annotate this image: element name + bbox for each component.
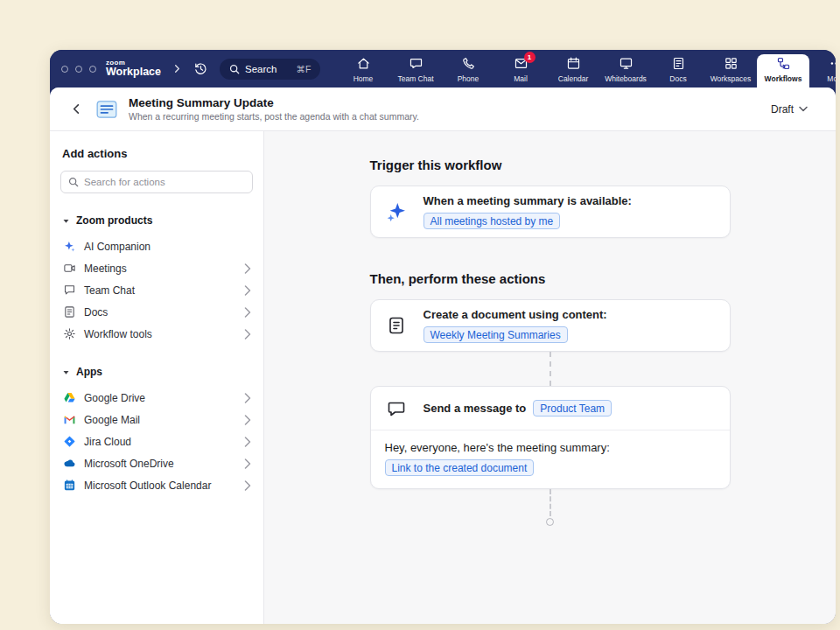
end-node-circle — [546, 518, 554, 526]
sidebar-item-label: Microsoft OneDrive — [84, 458, 174, 470]
nav-item-mail[interactable]: 1 Mail — [494, 50, 547, 88]
action-search-box — [60, 171, 253, 193]
section-label: Apps — [76, 366, 102, 378]
chevron-right-icon — [244, 458, 251, 469]
action-card-send-message[interactable]: Send a message toProduct Team Hey, every… — [370, 386, 731, 489]
collapse-chevron-icon[interactable] — [172, 64, 182, 74]
actions-heading: Then, perform these actions — [370, 270, 731, 288]
app-window: zoom Workplace Search ⌘F Home Team Chat — [50, 50, 836, 624]
nav-item-docs[interactable]: Docs — [652, 50, 704, 88]
content-source-tag[interactable]: Weekly Meeting Summaries — [424, 326, 568, 343]
team-chat-icon — [62, 284, 76, 298]
trigger-card-content: When a meeting summary is available: All… — [424, 194, 632, 229]
sidebar-item-microsoft-outlook-calendar[interactable]: Microsoft Outlook Calendar — [60, 474, 253, 496]
message-text: Hey, everyone, here's the meeting summar… — [385, 441, 716, 454]
sidebar-item-label: Workflow tools — [84, 328, 152, 340]
page-subtitle: When a recurring meeting starts, post th… — [129, 111, 419, 122]
nav-item-whiteboards[interactable]: Whiteboards — [599, 50, 652, 88]
section-zoom-products[interactable]: Zoom products — [62, 214, 251, 227]
document-icon — [385, 315, 408, 336]
workflow-title-block: Meeting Summary Update When a recurring … — [129, 96, 419, 122]
workflow-body: Add actions Zoom products AI Companion — [50, 131, 836, 624]
workflow-tools-icon — [62, 327, 76, 341]
create-doc-content: Create a document using content: Weekly … — [424, 308, 607, 343]
trigger-text: When a meeting summary is available: — [424, 194, 632, 207]
window-zoom-button[interactable] — [89, 66, 96, 73]
ai-companion-icon — [62, 240, 76, 254]
sidebar-item-label: Team Chat — [84, 284, 135, 297]
search-icon — [68, 177, 79, 187]
chevron-right-icon — [244, 437, 251, 447]
more-icon — [829, 56, 836, 71]
whiteboards-icon — [619, 56, 634, 71]
onedrive-icon — [62, 457, 76, 471]
recipient-tag[interactable]: Product Team — [533, 400, 612, 416]
search-shortcut: ⌘F — [296, 64, 311, 74]
workflows-icon — [776, 56, 791, 71]
caret-down-icon — [62, 368, 70, 376]
send-message-row[interactable]: Send a message toProduct Team — [371, 387, 730, 430]
sparkle-icon — [385, 200, 408, 223]
window-minimize-button[interactable] — [75, 66, 82, 73]
nav-item-more[interactable]: More — [809, 50, 836, 88]
workspaces-icon — [724, 56, 738, 71]
sidebar-item-docs[interactable]: Docs — [60, 301, 253, 323]
chevron-right-icon — [244, 285, 251, 296]
sidebar-item-ai-companion[interactable]: AI Companion — [60, 235, 253, 257]
sidebar-item-microsoft-onedrive[interactable]: Microsoft OneDrive — [60, 452, 253, 474]
sidebar-item-meetings[interactable]: Meetings — [60, 257, 253, 279]
global-search[interactable]: Search ⌘F — [220, 59, 320, 80]
draft-status-button[interactable]: Draft — [766, 100, 813, 119]
sidebar-item-jira-cloud[interactable]: Jira Cloud — [60, 430, 253, 452]
nav-item-home[interactable]: Home — [337, 50, 389, 88]
connector-line — [550, 352, 551, 386]
primary-nav-tabs: Home Team Chat Phone 1 Mail Calendar — [337, 50, 836, 88]
sidebar-item-google-mail[interactable]: Google Mail — [60, 409, 253, 430]
history-icon[interactable] — [193, 61, 208, 76]
trigger-card[interactable]: When a meeting summary is available: All… — [370, 186, 731, 238]
action-card-create-document[interactable]: Create a document using content: Weekly … — [370, 299, 731, 352]
sidebar-title: Add actions — [62, 147, 251, 160]
google-mail-icon — [62, 413, 76, 427]
logo-bottom-text: Workplace — [106, 66, 161, 78]
sidebar-item-label: Google Drive — [84, 392, 145, 404]
sidebar-item-google-drive[interactable]: Google Drive — [60, 387, 253, 409]
outlook-calendar-icon — [62, 479, 76, 493]
workflow-page-header: Meeting Summary Update When a recurring … — [50, 88, 836, 131]
action-search-input[interactable] — [84, 177, 245, 187]
send-message-line: Send a message toProduct Team — [424, 400, 612, 417]
section-apps[interactable]: Apps — [62, 366, 251, 378]
search-label: Search — [245, 64, 276, 74]
docs-icon — [62, 305, 76, 319]
chevron-right-icon — [244, 307, 251, 318]
sidebar-item-label: Jira Cloud — [84, 436, 131, 448]
zoom-workplace-logo: zoom Workplace — [106, 60, 161, 79]
docs-icon — [671, 56, 686, 71]
sidebar-item-workflow-tools[interactable]: Workflow tools — [60, 323, 253, 345]
sidebar-item-team-chat[interactable]: Team Chat — [60, 279, 253, 301]
sidebar-item-label: AI Companion — [84, 241, 150, 253]
google-drive-icon — [62, 391, 76, 405]
nav-item-phone[interactable]: Phone — [442, 50, 494, 88]
content-area: Meeting Summary Update When a recurring … — [50, 88, 836, 624]
search-icon — [229, 64, 240, 74]
nav-item-team-chat[interactable]: Team Chat — [389, 50, 442, 88]
chevron-right-icon — [244, 480, 251, 491]
message-body[interactable]: Hey, everyone, here's the meeting summar… — [371, 430, 730, 488]
window-close-button[interactable] — [61, 66, 68, 73]
calendar-icon — [566, 56, 581, 71]
top-navigation-bar: zoom Workplace Search ⌘F Home Team Chat — [50, 50, 836, 88]
sidebar-item-label: Docs — [84, 306, 108, 318]
draft-status-label: Draft — [771, 103, 794, 116]
chevron-left-icon — [70, 102, 83, 116]
sidebar-item-label: Microsoft Outlook Calendar — [84, 480, 211, 492]
actions-sidebar: Add actions Zoom products AI Companion — [50, 131, 264, 624]
back-button[interactable] — [66, 99, 87, 120]
section-label: Zoom products — [76, 214, 152, 227]
trigger-scope-tag[interactable]: All meetings hosted by me — [424, 213, 561, 229]
document-link-tag[interactable]: Link to the created document — [385, 459, 535, 476]
nav-item-workspaces[interactable]: Workspaces — [704, 50, 757, 88]
nav-item-workflows[interactable]: Workflows — [757, 54, 809, 88]
nav-item-calendar[interactable]: Calendar — [547, 50, 599, 88]
create-doc-text: Create a document using content: — [424, 308, 607, 321]
